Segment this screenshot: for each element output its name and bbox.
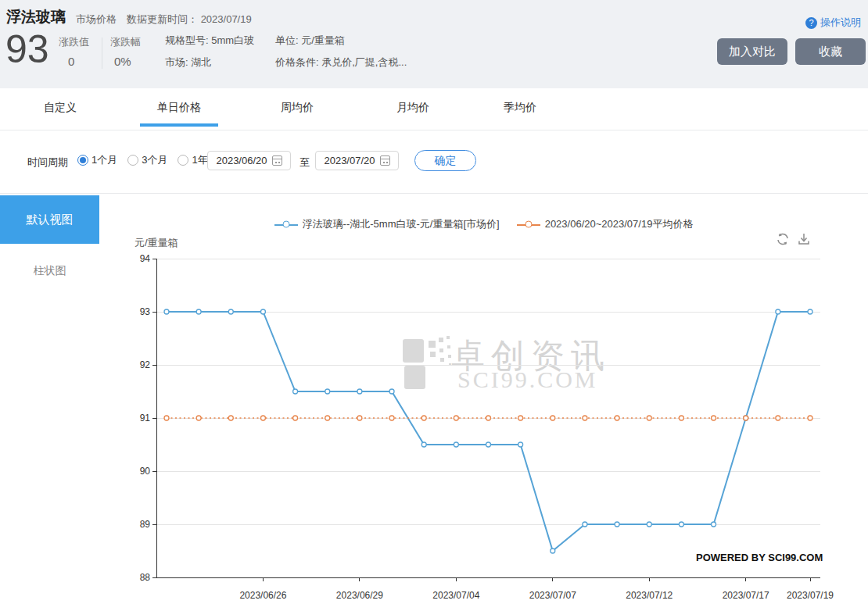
price-line-chart[interactable]: 888990919293942023/06/262023/06/292023/0… <box>99 195 868 604</box>
add-compare-button[interactable]: 加入对比 <box>717 38 787 65</box>
tab-custom[interactable]: 自定义 <box>44 101 77 115</box>
spec-condition: 价格条件: 承兑价,厂提,含税... <box>275 55 407 70</box>
app-window: 浮法玻璃 市场价格 数据更新时间： 2023/07/19 ? 操作说明 93 涨… <box>0 0 868 604</box>
tab-quarterly-avg[interactable]: 季均价 <box>504 101 536 115</box>
time-period-radio-group: 1个月 3个月 1年 <box>77 153 208 167</box>
svg-text:2023/07/04: 2023/07/04 <box>432 590 479 601</box>
help-label: 操作说明 <box>820 16 861 30</box>
sidebar-item-default-view[interactable]: 默认视图 <box>0 195 99 244</box>
price-type-label: 市场价格 <box>76 13 117 27</box>
calendar-icon <box>380 155 390 166</box>
chart-panel: 浮法玻璃--湖北-5mm白玻-元/重量箱[市场价] 2023/06/20~202… <box>99 195 868 604</box>
spec-market: 市场: 湖北 <box>165 55 211 70</box>
radio-1-month-label: 1个月 <box>91 153 117 167</box>
calendar-icon <box>272 155 282 166</box>
confirm-button[interactable]: 确定 <box>414 150 476 171</box>
help-link[interactable]: ? 操作说明 <box>805 16 861 30</box>
radio-unchecked-icon <box>178 155 188 166</box>
svg-text:2023/06/26: 2023/06/26 <box>239 590 286 601</box>
current-price: 93 <box>5 28 49 70</box>
radio-1-month[interactable]: 1个月 <box>77 153 117 167</box>
svg-text:93: 93 <box>140 306 151 317</box>
date-from-input[interactable]: 2023/06/20 <box>207 151 291 170</box>
spec-model: 规格型号: 5mm白玻 <box>165 34 254 48</box>
divider <box>0 193 868 194</box>
radio-1-year-label: 1年 <box>192 153 207 167</box>
svg-text:89: 89 <box>140 519 151 530</box>
radio-checked-icon <box>77 155 88 166</box>
svg-text:2023/07/12: 2023/07/12 <box>626 590 673 601</box>
svg-text:94: 94 <box>140 253 151 264</box>
svg-text:92: 92 <box>140 359 151 370</box>
svg-text:2023/07/17: 2023/07/17 <box>723 590 769 601</box>
divider <box>102 38 102 69</box>
svg-text:2023/07/19: 2023/07/19 <box>787 590 834 601</box>
svg-text:88: 88 <box>140 572 151 583</box>
update-time-value: 2023/07/19 <box>201 13 252 25</box>
question-icon: ? <box>805 17 817 29</box>
spec-unit: 单位: 元/重量箱 <box>275 34 345 48</box>
svg-text:2023/06/29: 2023/06/29 <box>336 590 383 601</box>
main-card: 自定义 单日价格 周均价 月均价 季均价 时间周期 1个月 3个月 1年 202… <box>0 88 868 604</box>
radio-3-month-label: 3个月 <box>142 153 167 167</box>
header: 浮法玻璃 市场价格 数据更新时间： 2023/07/19 ? 操作说明 93 涨… <box>0 0 868 88</box>
radio-1-year[interactable]: 1年 <box>178 153 207 167</box>
change-pct-value: 0% <box>114 55 131 68</box>
tab-daily-price[interactable]: 单日价格 <box>157 101 201 115</box>
time-period-label: 时间周期 <box>27 155 68 170</box>
svg-text:90: 90 <box>140 466 151 477</box>
page-title: 浮法玻璃 <box>6 7 66 27</box>
change-pct-label: 涨跌幅 <box>110 35 141 49</box>
svg-text:2023/07/07: 2023/07/07 <box>529 590 576 601</box>
date-from-value: 2023/06/20 <box>216 155 267 166</box>
favorite-button[interactable]: 收藏 <box>795 38 866 65</box>
update-time-label: 数据更新时间： <box>127 13 198 25</box>
tab-monthly-avg[interactable]: 月均价 <box>396 101 429 115</box>
radio-3-month[interactable]: 3个月 <box>127 153 167 167</box>
data-update-time: 数据更新时间： 2023/07/19 <box>127 13 252 27</box>
divider <box>0 130 868 130</box>
change-value: 0 <box>68 55 74 68</box>
svg-text:91: 91 <box>140 413 151 424</box>
sidebar-item-bar-chart[interactable]: 柱状图 <box>0 264 99 278</box>
date-to-input[interactable]: 2023/07/20 <box>315 151 399 170</box>
change-label: 涨跌值 <box>59 35 89 49</box>
date-to-value: 2023/07/20 <box>324 155 375 166</box>
radio-unchecked-icon <box>127 155 138 166</box>
tab-weekly-avg[interactable]: 周均价 <box>281 101 314 115</box>
to-label: 至 <box>299 155 310 170</box>
